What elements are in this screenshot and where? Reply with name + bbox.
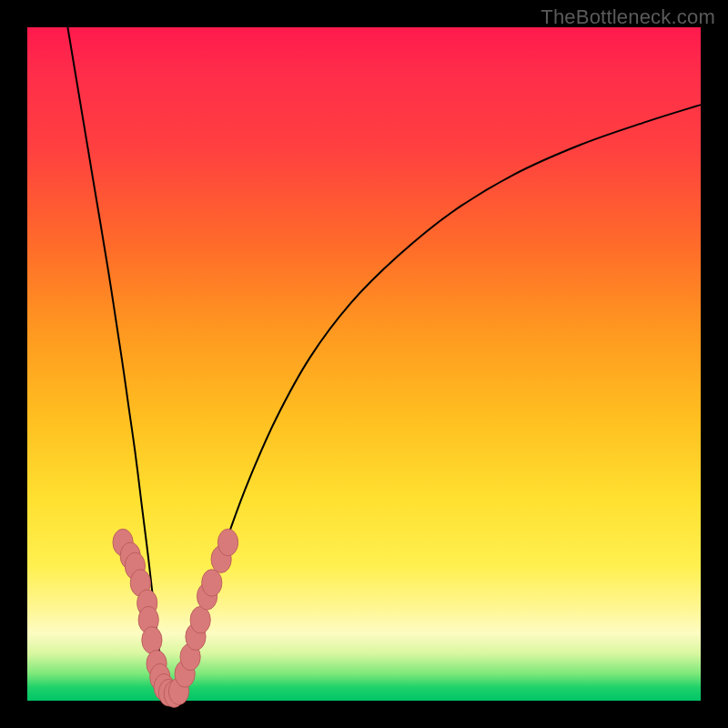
curve-layer [27,27,701,701]
watermark-text: TheBottleneck.com [541,5,715,29]
bead-right [190,606,210,633]
curve-right-branch [168,105,701,694]
chart-frame: TheBottleneck.com [0,0,728,728]
bead-right [217,529,238,556]
plot-area [27,27,701,701]
bead-left [142,627,162,654]
bead-right [202,570,222,597]
